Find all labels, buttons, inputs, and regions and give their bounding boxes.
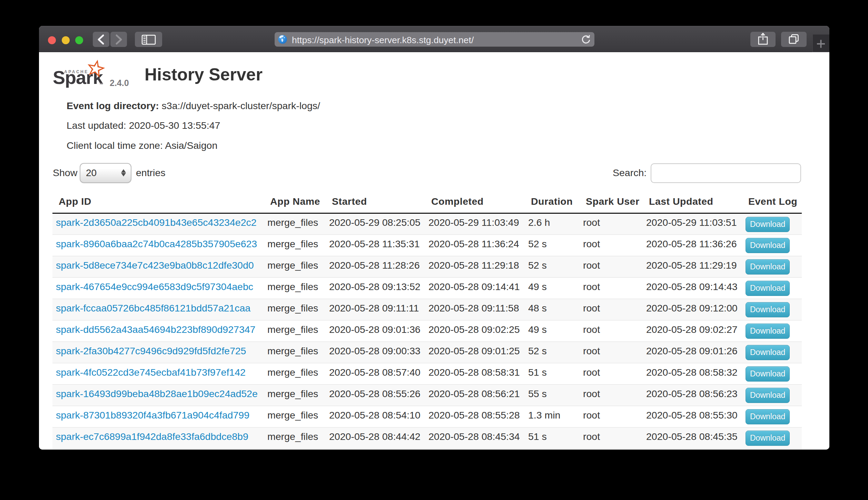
svg-text:TM: TM [99,83,103,85]
svg-text:APACHE: APACHE [64,69,89,74]
